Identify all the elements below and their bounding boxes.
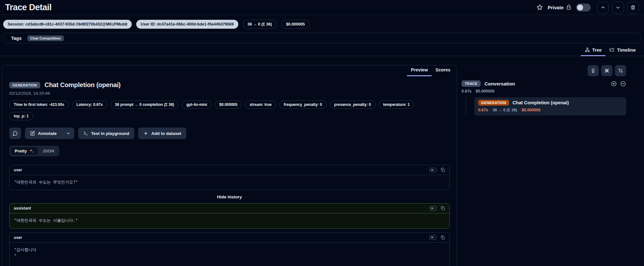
tab-preview[interactable]: Preview <box>407 65 432 76</box>
copy-icon[interactable] <box>440 167 445 173</box>
format-json-button[interactable]: JSON <box>38 147 58 155</box>
panel-tabs: Preview Scores <box>2 65 457 76</box>
trace-cost: $0.000005 <box>476 89 494 93</box>
trace-type-badge: TRACE <box>462 80 481 87</box>
node-latency: 0.67s <box>478 108 488 112</box>
hide-history-button[interactable]: Hide history <box>9 195 450 199</box>
tab-tree[interactable]: Tree <box>581 45 606 56</box>
view-tabs: Tree Timeline <box>0 45 644 56</box>
terminal-icon <box>83 131 88 136</box>
frequency-penalty-badge: frequency_penalty: 0 <box>279 100 327 109</box>
tags-container: Tags Chat Competition <box>3 33 641 43</box>
sparkles-icon <box>29 149 34 153</box>
annotate-split-button: Annotate <box>25 128 74 139</box>
session-badge[interactable]: Session: cd3abcd6-c81c-4037-935d-19d9f27… <box>3 20 132 29</box>
tab-scores[interactable]: Scores <box>432 65 454 76</box>
actions-row: Annotate Test in playground Add to datas… <box>9 128 450 139</box>
privacy-status: Private <box>548 4 572 10</box>
comment-button[interactable] <box>9 128 21 139</box>
tree-guide-line <box>466 98 466 115</box>
message-content: "감사합니다 " <box>10 243 449 266</box>
playground-label: Test in playground <box>91 131 130 136</box>
tab-timeline[interactable]: Timeline <box>605 45 640 56</box>
annotate-dropdown-button[interactable] <box>62 128 74 139</box>
copy-icon[interactable] <box>440 235 445 240</box>
total-cost-badge: $0.000005 <box>281 20 310 29</box>
tree-icon <box>585 47 590 53</box>
metrics-toggle-button[interactable] <box>615 65 626 76</box>
node-generation-badge: GENERATION <box>478 100 509 106</box>
observation-card: Preview Scores GENERATION Chat Completio… <box>2 65 457 266</box>
latency-badge: Latency: 0.67s <box>72 100 107 109</box>
observation-badges-row: Time to first token: -423.00s Latency: 0… <box>9 100 450 109</box>
delete-trace-button[interactable] <box>627 2 639 13</box>
observation-badges-row-2: top_p: 1 <box>9 112 450 120</box>
trace-metrics: 0.67s $0.000005 <box>462 89 626 93</box>
model-badge[interactable]: gpt-4o-mini <box>182 100 211 109</box>
bookmark-star-icon[interactable] <box>536 4 543 11</box>
markdown-toggle-icon[interactable]: M↓ <box>429 168 436 173</box>
generation-type-badge: GENERATION <box>9 82 40 88</box>
message-role: assistant <box>14 206 31 211</box>
temperature-badge: temperature: 1 <box>379 100 414 109</box>
tags-label: Tags <box>11 36 22 41</box>
tree-area: GENERATION Chat Completion (openai) 0.67… <box>462 97 626 115</box>
expand-node-icon[interactable] <box>611 81 617 87</box>
io-preview: user M↓ "대한민국의 수도는 무엇인가요?" Hide history … <box>9 165 450 266</box>
message-box-user-2: user M↓ "감사합니다 " <box>9 233 450 266</box>
observation-timestamp: 02/12/2024, 14:20:49 <box>9 91 450 96</box>
message-role: user <box>14 168 22 172</box>
award-icon <box>590 68 596 73</box>
message-content: "대한민국의 수도는 서울입니다." <box>10 213 449 228</box>
playground-button[interactable]: Test in playground <box>78 128 135 139</box>
trash-icon <box>630 5 636 10</box>
token-badge: 36 prompt → 0 completion (Σ 36) <box>110 100 179 109</box>
markdown-toggle-icon[interactable]: M↓ <box>429 206 436 211</box>
public-toggle[interactable] <box>576 4 591 11</box>
timeline-icon <box>609 47 615 53</box>
add-to-dataset-label: Add to dataset <box>151 131 181 136</box>
comment-icon <box>12 131 18 136</box>
format-pretty-button[interactable]: Pretty <box>10 147 38 155</box>
token-usage-badge: 36 → 0 (Σ 36) <box>243 20 277 29</box>
copy-icon[interactable] <box>440 206 445 211</box>
node-tokens: 36 → 0 (Σ 36) <box>492 108 517 112</box>
node-title: Chat Completion (openai) <box>513 100 569 105</box>
annotate-label: Annotate <box>38 131 57 136</box>
tag-chip[interactable]: Chat Competition <box>27 35 64 41</box>
markdown-toggle-icon[interactable]: M↓ <box>429 235 436 240</box>
chevron-down-icon <box>66 131 70 136</box>
annotate-button[interactable]: Annotate <box>25 128 62 139</box>
presence-penalty-badge: presence_penalty: 0 <box>330 100 375 109</box>
collapse-all-button[interactable] <box>601 65 612 76</box>
spacer <box>9 229 450 233</box>
edit-icon <box>30 131 35 136</box>
trace-title: Conversation <box>485 81 515 86</box>
message-content: "대한민국의 수도는 무엇인가요?" <box>10 175 449 190</box>
plus-icon <box>143 131 148 136</box>
prev-trace-button[interactable] <box>597 2 609 13</box>
user-id-badge[interactable]: User ID: dc47a41e-06bc-400d-bde1-f0e440d… <box>136 20 238 29</box>
privacy-label: Private <box>548 5 564 10</box>
meta-badges-row: Session: cd3abcd6-c81c-4037-935d-19d9f27… <box>0 15 644 33</box>
chevron-down-icon <box>615 5 621 10</box>
shrink-icon <box>604 68 610 73</box>
format-toggle: Pretty JSON <box>9 146 59 156</box>
top-p-badge: top_p: 1 <box>9 112 33 120</box>
lock-icon <box>566 4 572 10</box>
observation-title: Chat Completion (openai) <box>45 81 121 89</box>
generation-node-row[interactable]: GENERATION Chat Completion (openai) 0.67… <box>474 97 626 115</box>
tab-tree-label: Tree <box>592 48 602 53</box>
trace-latency: 0.67s <box>462 89 471 93</box>
message-box-user-1: user M↓ "대한민국의 수도는 무엇인가요?" <box>9 165 450 190</box>
scores-toggle-button[interactable] <box>588 65 599 76</box>
trace-tree-panel: TRACE Conversation 0.67s $0.000005 GENER… <box>462 65 641 115</box>
next-trace-button[interactable] <box>612 2 624 13</box>
page-title: Trace Detail <box>5 3 52 12</box>
main-area: Preview Scores GENERATION Chat Completio… <box>0 56 644 266</box>
collapse-node-icon[interactable] <box>620 81 626 87</box>
trace-root-row[interactable]: TRACE Conversation <box>462 80 626 87</box>
add-to-dataset-button[interactable]: Add to dataset <box>138 128 186 139</box>
page-header: Trace Detail Private <box>0 0 644 15</box>
tab-timeline-label: Timeline <box>617 48 636 53</box>
